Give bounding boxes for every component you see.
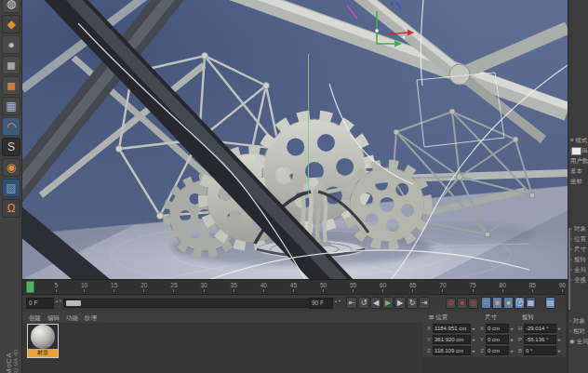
record-pla-toggle[interactable]: ▦ bbox=[526, 297, 536, 309]
snap-icon[interactable]: ◉ bbox=[2, 158, 20, 177]
axis-label: P bbox=[517, 337, 523, 342]
position-field[interactable]: 118.109 cm bbox=[433, 346, 471, 355]
range-slider-thumb[interactable] bbox=[66, 300, 81, 306]
size-header: 尺寸 bbox=[485, 313, 497, 322]
field-spinner[interactable]: ◂▸ bbox=[510, 348, 516, 353]
record-position-toggle[interactable]: ∷ bbox=[481, 297, 491, 309]
model-mode-icon[interactable]: ● bbox=[2, 35, 20, 54]
axis-label: Z bbox=[426, 348, 432, 353]
axis-label: B bbox=[517, 348, 523, 353]
axis-label: Y bbox=[479, 337, 485, 342]
material-menu-item[interactable]: 纹理 bbox=[85, 313, 97, 323]
size-field[interactable]: 0 cm bbox=[486, 335, 509, 344]
material-list[interactable]: 材质 bbox=[22, 323, 423, 373]
timeline-tick: 85 bbox=[529, 282, 536, 292]
next-key-button[interactable]: ↻ bbox=[407, 297, 418, 309]
play-button[interactable]: ▶ bbox=[382, 297, 394, 309]
workplane-icon[interactable]: ◆ bbox=[2, 15, 20, 33]
texture-axis-icon[interactable]: ▨ bbox=[2, 179, 20, 197]
field-spinner[interactable]: ◂▸ bbox=[510, 326, 516, 331]
material-menu-item[interactable]: 创建 bbox=[29, 313, 41, 323]
rotation-field[interactable]: -55.136 ° bbox=[524, 335, 556, 344]
goto-end-button[interactable]: ⇥ bbox=[419, 297, 430, 309]
next-frame-button[interactable]: ▶ bbox=[394, 297, 406, 309]
content-icon[interactable]: Ω bbox=[2, 199, 20, 218]
panel-divider bbox=[566, 279, 568, 373]
coordinate-mode-option[interactable]: ◉ 全局 bbox=[569, 336, 588, 346]
material-thumbnail[interactable] bbox=[28, 325, 58, 349]
keyframe-filter-toggle[interactable]: ▤ bbox=[545, 297, 555, 309]
material-item[interactable]: 材质 bbox=[28, 325, 58, 357]
viewport-3d[interactable] bbox=[22, 0, 568, 279]
left-toolbar: ◍ ◆ ● ◼ ◼ ▦ bbox=[0, 0, 22, 373]
object-mode-icon[interactable]: ◼ bbox=[2, 56, 20, 74]
timeline-tick: 10 bbox=[81, 282, 87, 292]
timeline-tick: 15 bbox=[111, 282, 117, 292]
current-frame-field[interactable]: 0 F bbox=[26, 298, 54, 309]
rotation-header: 旋转 bbox=[522, 313, 534, 322]
edges-mode-icon[interactable]: ◠ bbox=[2, 117, 20, 136]
timeline-range-slider[interactable] bbox=[63, 299, 326, 308]
cinema4d-window: ◍ ◆ ● ◼ ◼ ▦ bbox=[0, 0, 588, 373]
attribute-row[interactable]: ◦ 对象 bbox=[570, 223, 588, 233]
frame-spinner[interactable]: ▲▼ bbox=[55, 299, 61, 308]
animation-toolbar: 0 F ▲▼ 90 F ▲▼ ⇤ ↺ ◀ ▶ bbox=[22, 295, 568, 312]
attribute-tab[interactable]: ≡ 模式 bbox=[570, 135, 588, 145]
position-field[interactable]: 361.920 cm bbox=[433, 335, 471, 344]
attribute-row[interactable]: ◦ 尺寸 bbox=[570, 244, 588, 254]
timeline-playhead[interactable] bbox=[26, 281, 34, 293]
attribute-row[interactable]: ◦ 旋转 bbox=[570, 254, 588, 264]
material-menu-item[interactable]: 功能 bbox=[66, 313, 78, 323]
attribute-row[interactable]: ◦ 变换 bbox=[570, 274, 588, 285]
field-spinner[interactable]: ◂▸ bbox=[472, 348, 478, 353]
axis-label: Z bbox=[479, 348, 485, 353]
timeline-tick: 40 bbox=[261, 282, 267, 292]
material-swatch[interactable] bbox=[571, 147, 581, 155]
texture-mode-icon[interactable]: ◼ bbox=[2, 76, 20, 95]
rotation-field[interactable]: -29.014 ° bbox=[524, 324, 556, 333]
axis-label: X bbox=[479, 326, 485, 331]
autokey-button[interactable]: ● bbox=[457, 298, 467, 309]
end-frame-field[interactable]: 90 F bbox=[309, 298, 333, 309]
size-field[interactable]: 0 cm bbox=[486, 346, 509, 355]
timeline-tick: 25 bbox=[170, 282, 177, 292]
end-frame-spinner[interactable]: ▲▼ bbox=[334, 299, 341, 308]
goto-start-button[interactable]: ⇤ bbox=[346, 297, 357, 309]
size-field[interactable]: 0 cm bbox=[486, 324, 509, 333]
field-spinner[interactable]: ◂▸ bbox=[557, 348, 564, 353]
record-scale-toggle[interactable]: ■ bbox=[492, 297, 502, 309]
timeline-tick: 20 bbox=[140, 282, 147, 292]
material-name-label[interactable]: 材质 bbox=[28, 349, 58, 357]
record-parameter-toggle[interactable]: Ⓟ bbox=[514, 297, 525, 309]
timeline-ruler[interactable]: 0 5 10 15 20 25 30 35 40 45 50 55 bbox=[22, 279, 568, 295]
prev-frame-button[interactable]: ◀ bbox=[370, 297, 381, 309]
attribute-tab[interactable]: 基本 bbox=[570, 166, 588, 176]
axis-label: Y bbox=[426, 337, 432, 342]
attribute-tab[interactable]: 坐标 bbox=[570, 176, 588, 186]
record-objects-button[interactable]: ⊘ bbox=[446, 298, 456, 309]
points-mode-icon[interactable]: ▦ bbox=[2, 97, 20, 115]
field-spinner[interactable]: ◂▸ bbox=[557, 337, 564, 342]
keyframe-selection-button[interactable]: ◎ bbox=[468, 298, 478, 309]
field-spinner[interactable]: ◂▸ bbox=[472, 326, 478, 331]
prev-key-button[interactable]: ↺ bbox=[358, 297, 369, 309]
coordinate-mode-option[interactable]: ◦ 相对 bbox=[569, 326, 588, 336]
coordinate-mode-option[interactable]: ◦ 对象 bbox=[569, 315, 588, 326]
position-field[interactable]: 1184.951 cm bbox=[433, 324, 471, 333]
timeline-tick: 65 bbox=[409, 282, 416, 292]
material-menu-item[interactable]: 编辑 bbox=[47, 313, 60, 323]
field-spinner[interactable]: ◂▸ bbox=[557, 326, 564, 331]
attribute-row[interactable]: ◦ 位置 bbox=[570, 233, 588, 244]
attribute-tab[interactable]: 用户数据 bbox=[570, 155, 588, 166]
timeline-tick: 5 bbox=[55, 282, 59, 292]
rotation-field[interactable]: 0 ° bbox=[524, 346, 556, 355]
watermark: MoCA R2 MA 4D bbox=[0, 313, 22, 373]
coordinates-footer bbox=[423, 357, 566, 373]
record-rotation-toggle[interactable]: ● bbox=[503, 297, 514, 309]
attribute-row[interactable]: ◦ 全局 bbox=[570, 264, 588, 274]
make-editable-icon[interactable]: ◍ bbox=[2, 0, 20, 13]
panel-scrollbar[interactable] bbox=[568, 228, 570, 310]
polygons-mode-icon[interactable]: S bbox=[2, 138, 20, 156]
field-spinner[interactable]: ◂▸ bbox=[510, 337, 516, 342]
field-spinner[interactable]: ◂▸ bbox=[472, 337, 478, 342]
